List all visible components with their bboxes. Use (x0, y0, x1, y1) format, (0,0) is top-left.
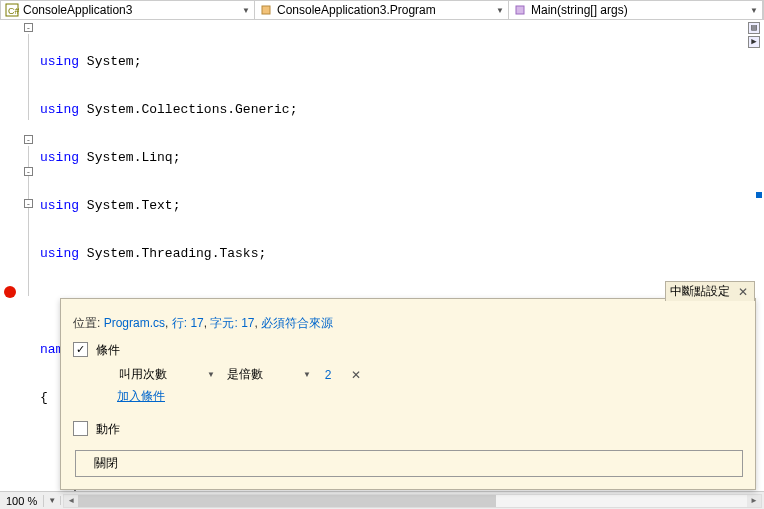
nav-method-label: Main(string[] args) (531, 3, 628, 17)
zoom-chevron-icon[interactable]: ▼ (44, 496, 61, 505)
status-bar: 100 % ▼ ◄ ► (0, 491, 764, 509)
outline-gutter[interactable]: - - - - (22, 20, 38, 490)
breadcrumb: C# ConsoleApplication3 ▼ ConsoleApplicat… (0, 0, 764, 20)
nav-method[interactable]: Main(string[] args) ▼ (509, 1, 763, 19)
close-button[interactable]: 關閉 (75, 450, 743, 477)
scrollbar-thumb[interactable] (78, 495, 496, 507)
svg-rect-3 (516, 6, 524, 14)
actions-label: 動作 (96, 421, 120, 438)
horizontal-scrollbar[interactable]: ◄ ► (63, 494, 762, 508)
method-icon (513, 3, 527, 17)
chevron-down-icon[interactable]: ▼ (242, 6, 250, 15)
chevron-down-icon[interactable]: ▼ (496, 6, 504, 15)
nav-project-label: ConsoleApplication3 (23, 3, 132, 17)
breakpoint-settings-panel: 中斷點設定 ✕ 位置: Program.cs, 行: 17, 字元: 17, 必… (60, 298, 756, 490)
file-link[interactable]: Program.cs (104, 316, 165, 330)
scroll-right-icon[interactable]: ► (747, 495, 761, 507)
panel-titlebar: 中斷點設定 ✕ (665, 281, 755, 301)
condition-value-input[interactable]: 2 (321, 368, 339, 382)
svg-rect-2 (262, 6, 270, 14)
chevron-down-icon: ▼ (303, 370, 311, 379)
remove-condition-icon[interactable]: ✕ (347, 368, 365, 382)
panel-title: 中斷點設定 (670, 283, 730, 300)
must-match-link[interactable]: 必須符合來源 (261, 316, 333, 330)
editor-right-margin: ▤ ▶ (748, 20, 762, 48)
breakpoint-location: 位置: Program.cs, 行: 17, 字元: 17, 必須符合來源 (73, 315, 743, 332)
chevron-down-icon[interactable]: ▼ (750, 6, 758, 15)
split-icon[interactable]: ▤ (748, 22, 760, 34)
collapse-toggle[interactable]: - (24, 167, 33, 176)
collapse-toggle[interactable]: - (24, 199, 33, 208)
nav-project[interactable]: C# ConsoleApplication3 ▼ (1, 1, 255, 19)
class-icon (259, 3, 273, 17)
chevron-down-icon: ▼ (207, 370, 215, 379)
nav-class[interactable]: ConsoleApplication3.Program ▼ (255, 1, 509, 19)
condition-op-dropdown[interactable]: 是倍數 ▼ (225, 365, 313, 384)
collapse-toggle[interactable]: - (24, 135, 33, 144)
close-icon[interactable]: ✕ (736, 285, 750, 299)
line-link[interactable]: 行: 17 (172, 316, 204, 330)
zoom-level[interactable]: 100 % (0, 495, 44, 507)
nav-class-label: ConsoleApplication3.Program (277, 3, 436, 17)
collapse-toggle[interactable]: - (24, 23, 33, 32)
svg-text:C#: C# (8, 6, 19, 16)
breakpoint-marker[interactable] (4, 286, 16, 298)
add-condition-link[interactable]: 加入條件 (117, 388, 165, 405)
breakpoint-gutter[interactable] (0, 20, 22, 490)
conditions-checkbox[interactable] (73, 342, 88, 357)
char-link[interactable]: 字元: 17 (210, 316, 254, 330)
conditions-label: 條件 (96, 342, 120, 359)
actions-checkbox[interactable] (73, 421, 88, 436)
condition-type-dropdown[interactable]: 叫用次數 ▼ (117, 365, 217, 384)
scroll-left-icon[interactable]: ◄ (64, 495, 78, 507)
csharp-icon: C# (5, 3, 19, 17)
nav-right-icon[interactable]: ▶ (748, 36, 760, 48)
